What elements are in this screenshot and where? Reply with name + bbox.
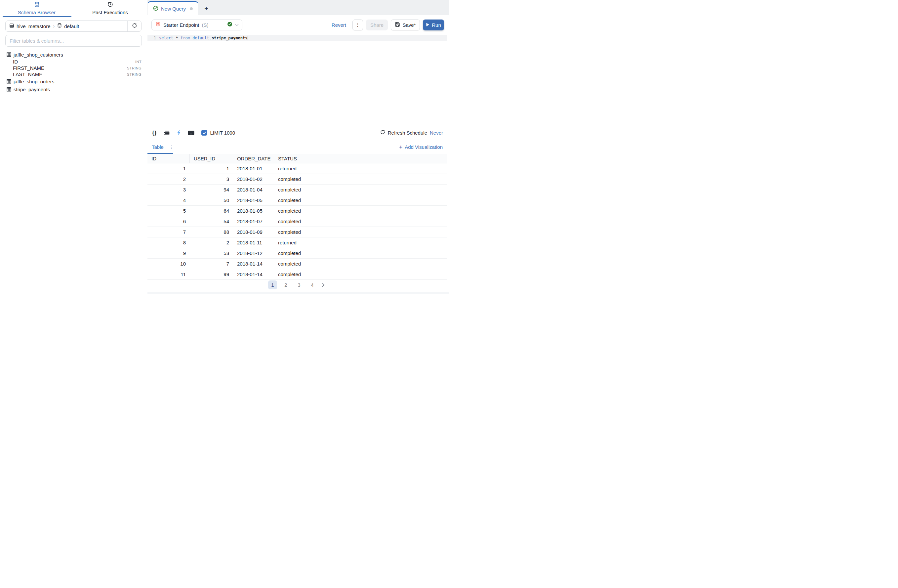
results-table: IDUSER_IDORDER_DATESTATUS 112018-01-01re…	[148, 154, 447, 280]
plus-icon: +	[399, 144, 402, 151]
unsaved-dot-icon[interactable]	[190, 7, 193, 10]
pagination: 1234	[148, 280, 447, 289]
query-tab-bar: New Query +	[148, 0, 449, 15]
more-actions-button[interactable]: ⋮	[352, 20, 363, 31]
sql-workspace: Schema Browser Past Executions hive_meta…	[0, 0, 449, 294]
next-page-button[interactable]	[321, 283, 326, 287]
cell: completed	[274, 176, 323, 182]
new-tab-button[interactable]: +	[205, 5, 208, 12]
tab-new-query[interactable]: New Query	[148, 2, 198, 15]
schema-tree: jaffle_shop_customersIDINTFIRST_NAMESTRI…	[0, 51, 147, 93]
cell: 5	[148, 208, 190, 214]
column-name: LAST_NAME	[13, 71, 42, 77]
column-header-ORDER_DATE[interactable]: ORDER_DATE	[233, 154, 274, 163]
tab-past-executions[interactable]: Past Executions	[74, 0, 147, 17]
table-item-stripe_payments[interactable]: stripe_payments	[0, 85, 147, 93]
cell: 2018-01-12	[233, 250, 274, 256]
refresh-schedule-label: Refresh Schedule	[388, 130, 427, 135]
breadcrumb[interactable]: hive_metastore › default	[6, 23, 127, 29]
code-token: stripe_payments	[212, 36, 247, 40]
cell: 2018-01-07	[233, 219, 274, 224]
column-header-ID[interactable]: ID	[148, 154, 190, 163]
chevron-right-icon: ›	[53, 23, 55, 29]
refresh-icon	[132, 23, 137, 29]
cell: 50	[190, 197, 233, 203]
cell: returned	[274, 240, 323, 245]
table-row: 1072018-01-14completed	[148, 259, 447, 269]
query-action-row: Starter Endpoint (S) Revert ⋮ Share	[148, 15, 447, 34]
visualization-menu-button[interactable]: ⋮	[169, 145, 174, 149]
table-item-jaffle_shop_customers[interactable]: jaffle_shop_customers	[0, 51, 147, 58]
cell: 2018-01-14	[233, 261, 274, 266]
table-item-jaffle_shop_orders[interactable]: jaffle_shop_orders	[0, 77, 147, 85]
table-grid-icon	[7, 87, 11, 92]
column-name: ID	[13, 59, 18, 65]
bottom-strip	[148, 292, 449, 294]
text-cursor	[248, 36, 248, 40]
table-name: jaffle_shop_customers	[14, 52, 63, 57]
scrollbar[interactable]	[447, 0, 449, 294]
column-header-STATUS[interactable]: STATUS	[274, 154, 323, 163]
autocomplete-indent-icon[interactable]	[164, 130, 170, 135]
cell: 2018-01-05	[233, 208, 274, 214]
breadcrumb-schema[interactable]: default	[64, 23, 79, 29]
cell: 4	[148, 197, 190, 203]
sql-editor[interactable]: 1 select * from default.stripe_payments	[148, 34, 447, 126]
limit-toggle[interactable]: LIMIT 1000	[201, 130, 235, 135]
schema-breadcrumb: hive_metastore › default	[5, 20, 141, 32]
query-buttons: Revert ⋮ Share Save* Run	[332, 20, 444, 31]
revert-button[interactable]: Revert	[332, 22, 346, 28]
code-token: .	[209, 36, 212, 40]
refresh-schedule-value[interactable]: Never	[430, 130, 443, 135]
page-button-3[interactable]: 3	[295, 280, 303, 289]
code-token	[173, 36, 175, 40]
history-clock-icon	[108, 2, 113, 8]
filter-input[interactable]	[5, 35, 142, 47]
cell: 88	[190, 229, 233, 235]
cell: 1	[148, 166, 190, 171]
share-button[interactable]: Share	[366, 20, 388, 31]
run-button[interactable]: Run	[423, 20, 444, 31]
save-button[interactable]: Save*	[391, 20, 420, 31]
chevron-down-icon	[235, 22, 239, 28]
table-name: jaffle_shop_orders	[14, 79, 54, 84]
column-item-ID[interactable]: IDINT	[0, 58, 147, 65]
add-visualization-button[interactable]: + Add Visualization	[399, 144, 443, 151]
code-token: select	[159, 36, 173, 40]
page-button-1[interactable]: 1	[268, 280, 277, 289]
tab-table-visualization[interactable]: Table	[152, 144, 164, 150]
cell: 7	[148, 229, 190, 235]
column-header-USER_ID[interactable]: USER_ID	[190, 154, 233, 163]
cell: 53	[190, 250, 233, 256]
cell: 2018-01-01	[233, 166, 274, 171]
table-grid-icon	[7, 79, 11, 84]
table-row: 5642018-01-05completed	[148, 206, 447, 216]
cell: 6	[148, 219, 190, 224]
refresh-schema-button[interactable]	[127, 21, 141, 31]
endpoint-selector[interactable]: Starter Endpoint (S)	[151, 20, 242, 31]
table-grid-icon	[7, 52, 11, 57]
refresh-schedule-icon	[380, 129, 385, 136]
cell: 3	[148, 187, 190, 192]
format-query-button[interactable]: {}	[152, 130, 157, 136]
sidebar-tab-label: Past Executions	[92, 9, 128, 15]
check-circle-icon	[153, 6, 158, 12]
column-item-LAST_NAME[interactable]: LAST_NAMESTRING	[0, 71, 147, 77]
column-item-FIRST_NAME[interactable]: FIRST_NAMESTRING	[0, 65, 147, 71]
code-token: default	[192, 36, 209, 40]
cell: completed	[274, 250, 323, 256]
page-button-2[interactable]: 2	[281, 280, 290, 289]
column-name: FIRST_NAME	[13, 65, 44, 71]
table-row: 11992018-01-14completed	[148, 269, 447, 280]
editor-active-line: 1 select * from default.stripe_payments	[148, 35, 447, 41]
keyboard-shortcuts-icon[interactable]	[188, 131, 194, 135]
results-header-row: IDUSER_IDORDER_DATESTATUS	[148, 154, 447, 163]
cell: 2018-01-02	[233, 176, 274, 182]
limit-checkbox[interactable]	[201, 130, 207, 135]
tab-schema-browser[interactable]: Schema Browser	[0, 0, 74, 17]
cell: 11	[148, 271, 190, 277]
breadcrumb-catalog[interactable]: hive_metastore	[17, 23, 51, 29]
live-autocomplete-lightning-icon[interactable]	[177, 130, 181, 135]
code-token: from	[180, 36, 190, 40]
page-button-4[interactable]: 4	[308, 280, 317, 289]
